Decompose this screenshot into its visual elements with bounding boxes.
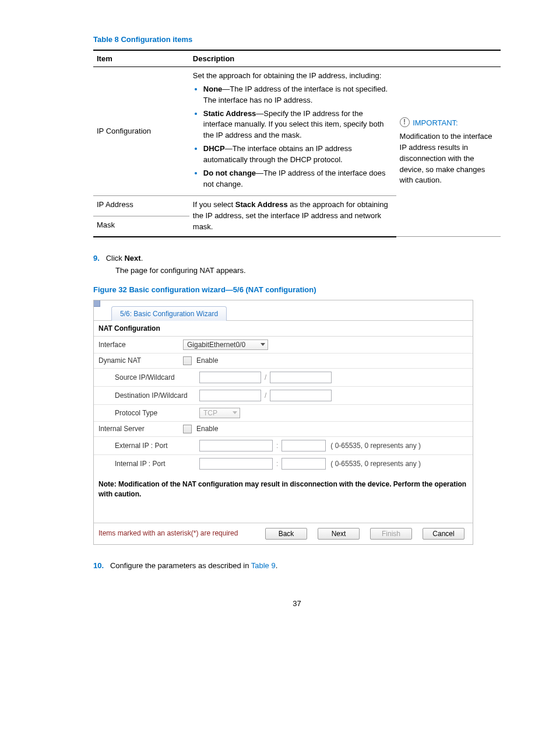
interface-label: Interface	[98, 341, 183, 349]
next-button[interactable]: Next	[318, 528, 360, 540]
enable-label: Enable	[196, 425, 218, 433]
finish-button[interactable]: Finish	[370, 528, 412, 540]
cell-ipcfg-label: IP Configuration	[93, 67, 189, 196]
internal-server-checkbox[interactable]	[183, 425, 192, 433]
colon-divider: :	[275, 460, 279, 468]
bullet-dhcp: DHCP—The interface obtains an IP address…	[203, 144, 393, 166]
row-ip-configuration: IP Configuration Set the approach for ob…	[93, 67, 501, 196]
cell-ipcfg-desc: Set the approach for obtaining the IP ad…	[189, 67, 396, 196]
step-9-body: The page for configuring NAT appears.	[115, 266, 501, 275]
cell-important: IMPORTANT: Modification to the interface…	[396, 67, 501, 237]
internal-ip-input[interactable]	[199, 458, 273, 470]
step-9: 9. Click Next.	[93, 254, 501, 262]
source-wildcard-input[interactable]	[270, 372, 332, 383]
row-interface: Interface GigabitEthernet0/0	[94, 337, 473, 354]
internal-port-input[interactable]	[281, 458, 326, 470]
enable-label: Enable	[196, 356, 218, 365]
cell-ipaddr-label: IP Address	[93, 196, 189, 216]
source-ip-input[interactable]	[199, 372, 261, 383]
page-number: 37	[93, 599, 501, 608]
table8: Item Description IP Configuration Set th…	[93, 50, 501, 237]
slash-divider: /	[263, 391, 268, 400]
slash-divider: /	[263, 373, 268, 382]
wizard-tab[interactable]: 5/6: Basic Configuration Wizard	[111, 306, 227, 321]
port-range-hint: ( 0-65535, 0 represents any )	[330, 442, 421, 450]
protocol-label: Protocol Type	[98, 409, 199, 417]
colon-divider: :	[275, 442, 279, 450]
external-ipport-label: External IP : Port	[98, 442, 199, 450]
row-source-ip: Source IP/Wildcard /	[94, 369, 473, 387]
wizard-5-6: 5/6: Basic Configuration Wizard NAT Conf…	[93, 300, 473, 545]
dest-ip-label: Destination IP/Wildcard	[98, 391, 199, 400]
important-heading: IMPORTANT:	[400, 117, 497, 129]
cell-mask-label: Mask	[93, 216, 189, 237]
port-range-hint: ( 0-65535, 0 represents any )	[330, 460, 421, 468]
row-dest-ip: Destination IP/Wildcard /	[94, 387, 473, 405]
back-button[interactable]: Back	[265, 528, 307, 540]
protocol-select[interactable]: TCP	[199, 408, 240, 418]
th-desc: Description	[189, 50, 501, 67]
chevron-down-icon	[261, 343, 265, 346]
bullet-static: Static Address—Specify the IP address fo…	[203, 108, 393, 142]
interface-select[interactable]: GigabitEthernet0/0	[183, 340, 268, 350]
table9-link[interactable]: Table 9	[251, 561, 276, 570]
row-dynamic-nat: Dynamic NAT Enable	[94, 354, 473, 369]
wizard-note: Note: Modification of the NAT configurat…	[94, 473, 473, 523]
bullet-nochange: Do not change—The IP address of the inte…	[203, 168, 393, 190]
row-internal-server: Internal Server Enable	[94, 422, 473, 437]
th-item: Item	[93, 50, 189, 67]
row-internal-ip-port: Internal IP : Port : ( 0-65535, 0 repres…	[94, 455, 473, 473]
row-protocol-type: Protocol Type TCP	[94, 405, 473, 422]
internal-ipport-label: Internal IP : Port	[98, 460, 199, 468]
important-body: Modification to the interface IP address…	[400, 131, 497, 186]
source-ip-label: Source IP/Wildcard	[98, 373, 199, 382]
table8-caption: Table 8 Configuration items	[93, 35, 501, 44]
alert-icon	[400, 117, 410, 127]
required-note: Items marked with an asterisk(*) are req…	[98, 529, 250, 538]
step-10: 10. Configure the parameters as describe…	[93, 561, 501, 570]
internal-server-label: Internal Server	[98, 425, 183, 433]
ipcfg-intro: Set the approach for obtaining the IP ad…	[193, 71, 393, 82]
row-external-ip-port: External IP : Port : ( 0-65535, 0 repres…	[94, 437, 473, 455]
external-ip-input[interactable]	[199, 440, 273, 452]
external-port-input[interactable]	[281, 440, 326, 452]
dynamic-nat-label: Dynamic NAT	[98, 356, 183, 365]
cancel-button[interactable]: Cancel	[423, 528, 464, 540]
figure32-caption: Figure 32 Basic configuration wizard—5/6…	[93, 285, 501, 294]
nat-section-title: NAT Configuration	[94, 321, 473, 337]
cell-ipmask-desc: If you select Stack Address as the appro…	[189, 196, 396, 237]
bullet-none: None—The IP address of the interface is …	[203, 84, 393, 106]
dest-ip-input[interactable]	[199, 390, 261, 401]
dynamic-nat-checkbox[interactable]	[183, 356, 192, 365]
dest-wildcard-input[interactable]	[270, 390, 332, 401]
wizard-corner-decor	[94, 300, 100, 307]
chevron-down-icon	[233, 411, 237, 414]
